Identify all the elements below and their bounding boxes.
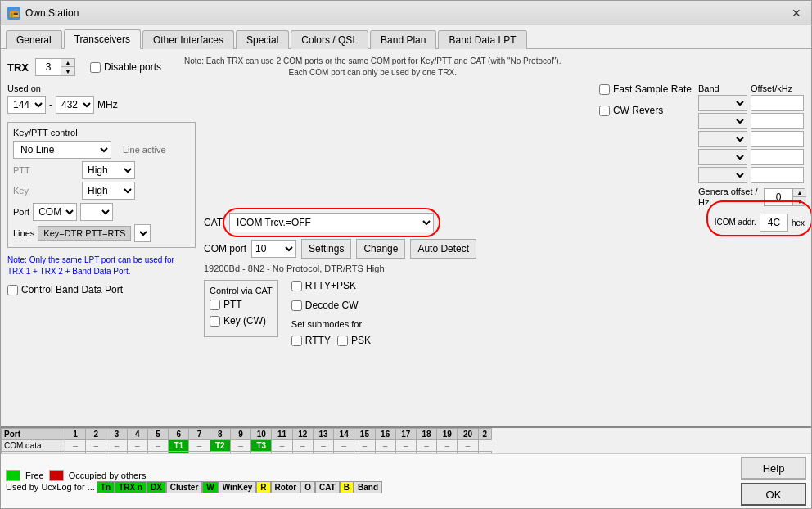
fast-sample-label: Fast Sample Rate [613, 83, 692, 95]
band-offset-table: Band Offset/kHz [698, 83, 805, 208]
ucx-winkey: WinKey [219, 481, 257, 493]
port-table: Port 1 2 3 4 5 6 7 8 9 10 11 12 [1, 428, 492, 453]
band-col-header: Band [698, 83, 747, 93]
trx-value-input[interactable]: 3 [36, 59, 61, 75]
legend-left: Free Occupied by others Used by UcxLog f… [6, 470, 382, 493]
com-data-t1: T1 [169, 440, 189, 452]
freq-high-select[interactable]: 432 [56, 96, 94, 114]
trx-increment[interactable]: ▲ [61, 59, 74, 67]
mhz-label: MHz [97, 99, 118, 110]
band-select-0[interactable] [698, 95, 747, 111]
cw-revers-checkbox[interactable] [599, 106, 610, 116]
col-3: 3 [106, 429, 127, 440]
col-13: 13 [313, 429, 333, 440]
note-lpt: Note: Only the same LPT port can be used… [7, 254, 196, 277]
cat-ptt-checkbox[interactable] [210, 300, 220, 310]
com-data-t2: T2 [210, 440, 230, 452]
trx-decrement[interactable]: ▼ [61, 67, 74, 75]
decode-cw-label: Decode CW [305, 300, 359, 311]
cat-control-box: Control via CAT PTT Key (CW) [204, 280, 278, 337]
ucxlog-row: Used by UcxLog for ... Tn TRX n DX Clust… [6, 481, 382, 493]
lines-dropdown[interactable] [134, 224, 151, 242]
cat-right: RTTY+PSK Decode CW Set submodes for RTTY [291, 280, 371, 351]
general-offset-input[interactable]: 0 [765, 189, 792, 205]
set-submodes-label: Set submodes for [291, 319, 371, 329]
decode-cw-checkbox[interactable] [291, 300, 302, 311]
band-select-3[interactable] [698, 149, 747, 165]
band-select-2[interactable] [698, 131, 747, 147]
right-panel: Fast Sample Rate CW Revers Band Offset/k… [204, 83, 805, 415]
left-panel: Used on 144 - 432 MHz Key/PTT contro [7, 83, 196, 415]
fast-sample-checkbox[interactable] [599, 84, 610, 95]
tab-colors-qsl[interactable]: Colors / QSL [291, 30, 368, 49]
col-5: 5 [147, 429, 168, 440]
ucx-dx: DX [147, 481, 166, 493]
offset-input-1[interactable] [751, 113, 804, 129]
col-6: 6 [169, 429, 189, 440]
cat-select-wrapper: ICOM Trcv.=OFF No Protocol Kenwood [229, 213, 434, 232]
disable-ports-checkbox[interactable] [90, 62, 101, 73]
general-offset-decrement[interactable]: ▼ [793, 197, 806, 205]
tab-special[interactable]: Special [236, 30, 289, 49]
settings-button[interactable]: Settings [301, 239, 351, 259]
general-offset-spinbox[interactable]: 0 ▲ ▼ [764, 188, 805, 206]
line-active-label: Line active [123, 145, 166, 155]
legend-occupied-label: Occupied by others [69, 471, 147, 480]
rtty-psk-checkbox[interactable] [291, 281, 302, 291]
col-12: 12 [292, 429, 313, 440]
cat-label: CAT [204, 217, 223, 228]
ok-button[interactable]: OK [741, 483, 806, 506]
band-select-4[interactable] [698, 167, 747, 183]
bottom-panel: Port 1 2 3 4 5 6 7 8 9 10 11 12 [1, 426, 811, 508]
cat-select[interactable]: ICOM Trcv.=OFF No Protocol Kenwood [229, 213, 434, 232]
change-button[interactable]: Change [356, 239, 405, 259]
ucx-band: Band [354, 481, 382, 493]
close-button[interactable]: ✕ [788, 5, 805, 21]
used-on-section: Used on 144 - 432 MHz [7, 83, 196, 114]
col-7: 7 [189, 429, 210, 440]
psk-sub-label: PSK [351, 335, 371, 346]
tab-band-data-lpt[interactable]: Band Data LPT [438, 30, 526, 49]
ctrl-band-checkbox[interactable] [7, 285, 18, 295]
help-button[interactable]: Help [741, 457, 806, 480]
cat-key-cw-row: Key (CW) [210, 315, 273, 327]
offset-input-0[interactable] [751, 95, 804, 111]
cat-key-cw-checkbox[interactable] [210, 316, 220, 327]
auto-detect-button[interactable]: Auto Detect [410, 239, 476, 259]
tab-general[interactable]: General [6, 30, 62, 49]
tab-band-plan[interactable]: Band Plan [370, 30, 436, 49]
offset-input-4[interactable] [751, 167, 804, 183]
ptt-high-select[interactable]: High [82, 161, 135, 179]
tab-transceivers[interactable]: Transceivers [64, 29, 141, 49]
com-data-label: COM data [2, 440, 65, 452]
col-20: 20 [458, 429, 478, 440]
keyptt-title: Key/PTT control [13, 128, 190, 137]
col-16: 16 [375, 429, 395, 440]
col-8: 8 [210, 429, 230, 440]
decode-cw-row: Decode CW [291, 300, 371, 311]
key-high-select[interactable]: High [82, 182, 135, 200]
offset-input-2[interactable] [751, 131, 804, 147]
trx-spinbox-buttons: ▲ ▼ [61, 59, 74, 75]
trx-spinbox[interactable]: 3 ▲ ▼ [35, 58, 75, 76]
main-content: TRX 3 ▲ ▼ Disable ports Note: Each TRX c… [1, 49, 811, 426]
window-title: Own Station [25, 7, 788, 19]
port-num-select[interactable] [80, 203, 113, 221]
keyptt-line-select[interactable]: No Line [13, 141, 111, 159]
psk-sub-checkbox[interactable] [337, 336, 348, 346]
tab-other-interfaces[interactable]: Other Interfaces [142, 30, 234, 49]
cw-revers-row: CW Revers [599, 105, 692, 116]
lines-label: Lines [13, 228, 34, 238]
freq-low-select[interactable]: 144 [7, 96, 46, 114]
rtty-sub-checkbox[interactable] [291, 336, 302, 346]
com-data-row: COM data – – – – – T1 – T2 – T3 – [2, 440, 492, 452]
general-offset-increment[interactable]: ▲ [793, 189, 806, 197]
port-header: Port [2, 429, 65, 440]
offset-input-3[interactable] [751, 149, 804, 165]
port-com-select[interactable]: COM [33, 203, 77, 221]
band-select-1[interactable] [698, 113, 747, 129]
icom-addr-wrapper: ICOM addr. 4C hex [715, 214, 805, 232]
icom-addr-input[interactable]: 4C [760, 214, 788, 232]
keyptt-ptt-row: PTT High [13, 161, 190, 179]
comport-select[interactable]: 10 [251, 240, 296, 258]
